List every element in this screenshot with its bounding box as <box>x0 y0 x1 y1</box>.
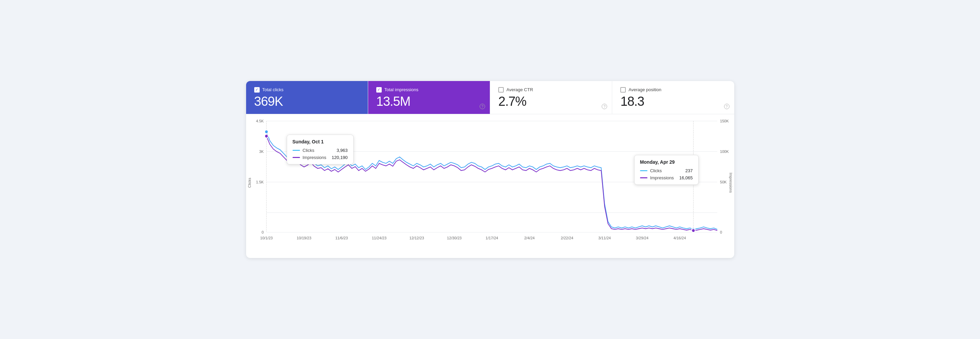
tile-average-ctr-label: Average CTR <box>506 87 533 92</box>
svg-text:50K: 50K <box>720 180 727 184</box>
tile-total-clicks-value: 369K <box>254 95 360 109</box>
svg-text:4.5K: 4.5K <box>256 119 264 123</box>
tooltip-left-date: Sunday, Oct 1 <box>293 139 348 145</box>
tooltip-right-clicks-value: 237 <box>686 168 693 173</box>
help-icon-impressions[interactable]: ? <box>480 104 485 109</box>
svg-text:0: 0 <box>261 231 263 235</box>
tile-average-position-value: 18.3 <box>620 95 726 109</box>
tooltip-left-dot-purple <box>264 135 268 138</box>
svg-text:10/19/23: 10/19/23 <box>297 236 311 240</box>
tooltip-right-clicks-row: Clicks 237 <box>640 168 693 173</box>
tooltip-left-clicks-legend: Clicks <box>293 148 315 153</box>
tile-average-position-label: Average position <box>628 87 661 92</box>
svg-text:12/30/23: 12/30/23 <box>447 236 461 240</box>
tooltip-right-impressions-label: Impressions <box>650 175 674 180</box>
tile-total-impressions[interactable]: ✓ Total impressions 13.5M ? <box>368 81 490 114</box>
tooltip-line-purple-right-icon <box>640 177 648 178</box>
tooltip-right: Monday, Apr 29 Clicks 237 Impressions 16… <box>634 155 698 185</box>
svg-text:4/16/24: 4/16/24 <box>673 236 686 240</box>
svg-text:0: 0 <box>720 231 722 235</box>
svg-text:150K: 150K <box>720 119 729 123</box>
tile-total-impressions-value: 13.5M <box>376 95 482 109</box>
help-icon-position[interactable]: ? <box>724 104 730 109</box>
checkbox-average-position[interactable] <box>620 87 626 92</box>
tooltip-left-impressions-value: 120,190 <box>332 155 348 160</box>
svg-text:11/6/23: 11/6/23 <box>335 236 348 240</box>
chart-container: Clicks Impressions Sunday, Oct 1 Clicks … <box>246 118 734 248</box>
tile-total-clicks[interactable]: ✓ Total clicks 369K <box>246 81 368 114</box>
tooltip-right-clicks-legend: Clicks <box>640 168 662 173</box>
tile-average-ctr-value: 2.7% <box>498 95 604 109</box>
svg-text:12/12/23: 12/12/23 <box>409 236 424 240</box>
tile-total-impressions-label: Total impressions <box>384 87 418 92</box>
tooltip-left-impressions-row: Impressions 120,190 <box>293 155 348 160</box>
tooltip-left-clicks-label: Clicks <box>303 148 315 153</box>
y-axis-label-right: Impressions <box>729 173 733 193</box>
tooltip-line-purple-left-icon <box>293 157 300 158</box>
tooltip-left: Sunday, Oct 1 Clicks 3,963 Impressions 1… <box>287 135 353 164</box>
help-icon-ctr[interactable]: ? <box>602 104 607 109</box>
svg-text:11/24/23: 11/24/23 <box>372 236 386 240</box>
checkbox-total-clicks[interactable]: ✓ <box>254 87 260 92</box>
tile-total-clicks-label: Total clicks <box>262 87 284 92</box>
checkbox-average-ctr[interactable] <box>498 87 504 92</box>
svg-text:3K: 3K <box>259 150 264 154</box>
svg-text:1/17/24: 1/17/24 <box>485 236 498 240</box>
svg-text:2/4/24: 2/4/24 <box>524 236 535 240</box>
tooltip-left-clicks-row: Clicks 3,963 <box>293 148 348 153</box>
tooltip-left-impressions-label: Impressions <box>303 155 326 160</box>
dashboard-card: ✓ Total clicks 369K ✓ Total impressions … <box>246 81 734 258</box>
svg-text:2/22/24: 2/22/24 <box>561 236 573 240</box>
tooltip-left-impressions-legend: Impressions <box>293 155 326 160</box>
tooltip-left-dot-blue <box>264 130 268 134</box>
tile-average-ctr[interactable]: Average CTR 2.7% ? <box>490 81 612 114</box>
tooltip-right-impressions-legend: Impressions <box>640 175 674 180</box>
tooltip-line-blue-right-icon <box>640 170 648 171</box>
tooltip-right-clicks-label: Clicks <box>650 168 662 173</box>
tooltip-left-clicks-value: 3,963 <box>337 148 348 153</box>
tooltip-right-impressions-row: Impressions 16,065 <box>640 175 693 180</box>
checkbox-total-impressions[interactable]: ✓ <box>376 87 382 92</box>
svg-text:100K: 100K <box>720 150 729 154</box>
y-axis-label-left: Clicks <box>247 178 251 188</box>
svg-text:3/11/24: 3/11/24 <box>598 236 611 240</box>
tooltip-right-date: Monday, Apr 29 <box>640 159 693 165</box>
tooltip-right-dot-purple <box>692 229 695 232</box>
svg-text:1.5K: 1.5K <box>256 180 264 184</box>
svg-text:3/29/24: 3/29/24 <box>636 236 648 240</box>
svg-text:10/1/23: 10/1/23 <box>260 236 272 240</box>
chart-svg-wrapper: Sunday, Oct 1 Clicks 3,963 Impressions 1… <box>266 121 717 244</box>
metric-tiles: ✓ Total clicks 369K ✓ Total impressions … <box>246 81 734 115</box>
tooltip-right-impressions-value: 16,065 <box>679 175 693 180</box>
tooltip-line-blue-icon <box>293 150 300 151</box>
tile-average-position[interactable]: Average position 18.3 ? <box>612 81 734 114</box>
